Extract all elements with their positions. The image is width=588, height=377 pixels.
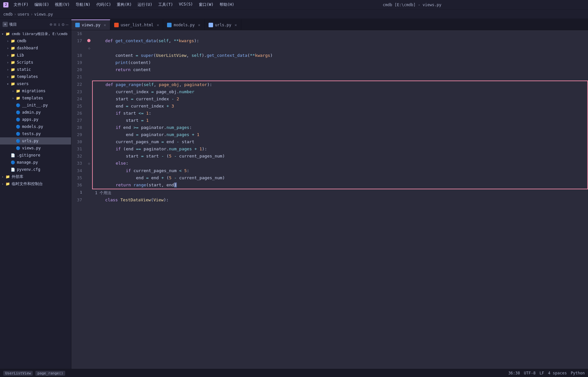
panel-minimize-icon[interactable]: — [66,22,68,27]
indent-indicator[interactable]: 4 spaces [548,371,567,375]
tab-urls-py[interactable]: urls.py ✕ [205,19,241,30]
panel-add-icon[interactable]: ⊕ [50,22,52,27]
tree-item-gitignore[interactable]: › 📄 .gitignore [0,152,71,159]
breadcrumb-part-1[interactable]: cmdb [3,12,13,17]
tree-item-templates-root[interactable]: › 📁 templates [0,73,71,80]
panel-settings-icon[interactable]: ⚙ [62,22,64,27]
tree-item-lib[interactable]: › 📁 Lib [0,52,71,59]
project-panel-header: ≡ 项目 ⊕ ≡ ↕ ⚙ — [0,19,71,30]
menu-tools[interactable]: 工具(T) [156,1,176,8]
tree-item-apps-py[interactable]: › 🔵 apps.py [0,116,71,123]
tree-item-init-py[interactable]: › 🔵 __init__.py [0,102,71,109]
arrow-icon: › [10,96,16,100]
tree-item-scripts[interactable]: › 📁 Scripts [0,59,71,66]
line-number: 26 [71,110,86,117]
tree-item-cmdb[interactable]: › 📁 cmdb [0,37,71,44]
line-gutter: ◇ [86,160,92,167]
tree-label: .gitignore [17,153,40,157]
tree-label: dashboard [17,46,38,50]
encoding-indicator[interactable]: UTF-8 [524,371,535,375]
code-scroll-area[interactable]: 16 17 ◇ def get_context_data(self, **kwa… [71,30,588,369]
tab-label-user-list-html: user_list.html [121,23,153,27]
panel-sort-icon[interactable]: ↕ [58,22,60,27]
tab-models-py[interactable]: models.py ✕ [163,19,204,30]
table-row: 26 if start <= 1: [71,110,588,117]
menu-bar[interactable]: 文件(F) 编辑(E) 视图(V) 导航(N) 代码(C) 重构(R) 运行(U… [11,1,237,8]
line-content: return range(start, end) [92,182,588,189]
folder-icon: 📁 [10,74,16,79]
tree-item-dashboard[interactable]: › 📁 dashboard [0,44,71,52]
breadcrumb-part-3[interactable]: views.py [34,12,53,17]
line-content: start = 1 [92,117,588,124]
tree-label: pyvenv.cfg [17,167,40,172]
menu-run[interactable]: 运行(U) [135,1,155,8]
tree-item-manage-py[interactable]: › 🔵 manage.py [0,159,71,166]
status-bar-left: UserListView page_range() [3,371,65,376]
menu-view[interactable]: 视图(V) [52,1,72,8]
line-content: print(content) [92,59,588,66]
tree-item-views-py[interactable]: › 🔵 views.py [0,145,71,152]
menu-nav[interactable]: 导航(N) [73,1,93,8]
tree-item-users[interactable]: ▾ 📁 users [0,80,71,87]
tree-item-static[interactable]: › 📁 static [0,66,71,73]
tab-views-py[interactable]: views.py ✕ [71,19,110,30]
menu-vcs[interactable]: VCS(S) [176,1,196,8]
language-indicator[interactable]: Python [571,371,585,375]
line-gutter [86,110,92,117]
html-icon [114,23,119,27]
tree-item-templates-users[interactable]: › 📁 templates [0,94,71,102]
tree-item-external-libs[interactable]: › 📁 外部库 [0,173,71,180]
line-number: 21 [71,73,86,81]
line-number: 16 [71,30,86,37]
menu-edit[interactable]: 编辑(E) [32,1,52,8]
menu-code[interactable]: 代码(C) [94,1,114,8]
line-gutter [86,167,92,174]
table-row: 24 start = current_index - 2 [71,95,588,103]
menu-refactor[interactable]: 重构(R) [114,1,134,8]
tab-close-models-py[interactable]: ✕ [198,23,200,27]
tree-item-admin-py[interactable]: › 🔵 admin.py [0,109,71,116]
file-tree: ▾ 📁 cmdb library根目录, E:\cmdb › 📁 cmdb › … [0,30,71,369]
tab-close-views-py[interactable]: ✕ [104,23,106,27]
tab-close-user-list[interactable]: ✕ [157,23,159,27]
tree-item-urls-py[interactable]: › 🔵 urls.py [0,137,71,145]
tree-label: __init__.py [22,103,48,107]
py-file-icon: 🔵 [16,117,21,122]
tree-item-migrations[interactable]: › 📁 migrations [0,87,71,94]
bookmark-icon: ◇ [88,46,90,50]
menu-file[interactable]: 文件(F) [11,1,31,8]
tree-label: 临时文件和控制台 [12,181,43,187]
line-gutter [86,182,92,189]
tree-item-scratches[interactable]: › 📁 临时文件和控制台 [0,180,71,187]
line-gutter [86,138,92,145]
panel-layout-icon[interactable]: ≡ [54,22,56,27]
menu-help[interactable]: 帮助(H) [217,1,237,8]
table-row: 31 if (end == paginator.num_pages + 1): [71,145,588,153]
tab-label-models-py: models.py [174,23,195,27]
line-sep-indicator[interactable]: LF [539,371,544,375]
tree-item-models-py[interactable]: › 🔵 models.py [0,123,71,130]
tab-user-list-html[interactable]: user_list.html ✕ [110,19,163,30]
line-content: current_index = page_obj.number [92,88,588,95]
line-number: 31 [71,145,86,153]
table-row: 19 print(content) [71,59,588,66]
debug-breakpoint[interactable] [87,39,90,42]
table-row: 22 def page_range(self, page_obj, pagina… [71,81,588,88]
table-row: 36 return range(start, end) [71,182,588,189]
line-content: if current_pages_num < 5: [92,167,588,174]
breadcrumb-part-2[interactable]: users [18,12,29,17]
tree-item-root-cmdb[interactable]: ▾ 📁 cmdb library根目录, E:\cmdb [0,30,71,37]
tab-close-urls-py[interactable]: ✕ [234,23,237,27]
table-row: 27 start = 1 [71,117,588,124]
tree-item-tests-py[interactable]: › 🔵 tests.py [0,130,71,137]
usage-hint: 1 个用法 [92,189,588,196]
tree-label: migrations [22,89,45,93]
tree-label: views.py [22,146,41,150]
tree-item-pyvenv[interactable]: › 📄 pyvenv.cfg [0,166,71,173]
project-label: 项目 [9,22,17,27]
menu-window[interactable]: 窗口(W) [196,1,216,8]
py-file-icon: 🔵 [16,139,21,143]
folder-icon: 📁 [16,89,21,93]
method-badge[interactable]: page_range() [35,371,65,376]
class-badge[interactable]: UserListView [3,371,33,376]
